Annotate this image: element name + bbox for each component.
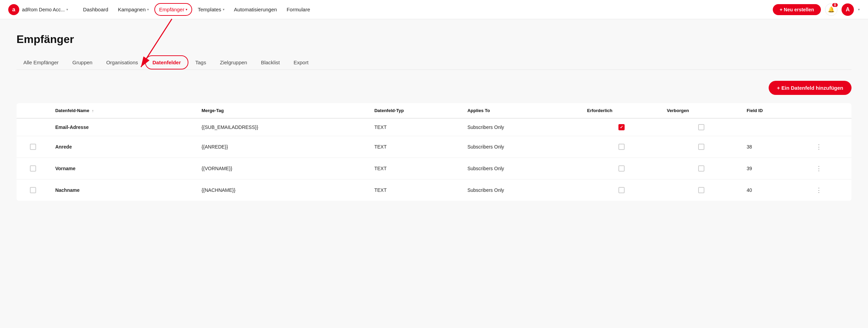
tab-datenfelder[interactable]: Datenfelder <box>145 55 189 69</box>
nav-item-dashboard[interactable]: Dashboard <box>79 4 112 15</box>
row-check-email <box>17 118 50 136</box>
nav-item-templates[interactable]: Templates ▾ <box>194 4 228 15</box>
row-actions-menu-vorname[interactable]: ⋮ <box>813 163 846 174</box>
row-required-vorname[interactable] <box>582 158 661 179</box>
chevron-down-icon: ▾ <box>186 8 187 11</box>
row-name-email: Email-Adresse <box>50 118 196 136</box>
table-row: Vorname {{VORNAME}} TEXT Subscribers Onl… <box>17 158 851 179</box>
row-check-vorname[interactable] <box>17 158 50 179</box>
row-type-vorname: TEXT <box>369 158 462 179</box>
nav-items: Dashboard Kampagnen ▾ Empfänger ▾ Templa… <box>79 3 773 16</box>
account-name: adRom Demo Acc... <box>22 7 65 12</box>
row-hidden-anrede[interactable] <box>661 136 741 158</box>
page-title: Empfänger <box>17 33 851 46</box>
row-merge-anrede: {{ANREDE}} <box>196 136 369 158</box>
datenfelder-table: Datenfeld-Name ↑ Merge-Tag Datenfeld-Typ… <box>17 103 851 201</box>
row-actions-anrede[interactable]: ⋮ <box>807 136 851 158</box>
col-header-merge: Merge-Tag <box>196 103 369 118</box>
sort-arrow-icon: ↑ <box>92 109 94 113</box>
nav-item-empfaenger[interactable]: Empfänger ▾ <box>154 3 192 16</box>
new-button[interactable]: + Neu erstellen <box>773 4 821 15</box>
row-field-id-email <box>741 118 807 136</box>
tab-organisations[interactable]: Organisations <box>99 56 145 69</box>
top-navigation: a adRom Demo Acc... ▾ Dashboard Kampagne… <box>0 0 868 19</box>
required-checkbox-vorname[interactable] <box>618 165 625 172</box>
row-field-id-vorname: 39 <box>741 158 807 179</box>
col-header-field-id: Field ID <box>741 103 807 118</box>
nav-item-kampagnen[interactable]: Kampagnen ▾ <box>114 4 153 15</box>
nav-item-automatisierungen[interactable]: Automatisierungen <box>230 4 281 15</box>
row-name-anrede: Anrede <box>50 136 196 158</box>
row-required-nachname[interactable] <box>582 179 661 201</box>
row-name-nachname: Nachname <box>50 179 196 201</box>
col-header-type: Datenfeld-Typ <box>369 103 462 118</box>
required-checkbox-email[interactable] <box>618 124 625 130</box>
row-check-anrede[interactable] <box>17 136 50 158</box>
tab-export[interactable]: Export <box>287 56 315 69</box>
col-header-hidden: Verborgen <box>661 103 741 118</box>
col-header-check <box>17 103 50 118</box>
sub-tabs: Alle Empfänger Gruppen Organisations Dat… <box>17 55 851 70</box>
row-select-checkbox-nachname[interactable] <box>30 187 36 193</box>
row-name-vorname: Vorname <box>50 158 196 179</box>
hidden-checkbox-vorname[interactable] <box>698 165 704 172</box>
row-type-nachname: TEXT <box>369 179 462 201</box>
col-header-name[interactable]: Datenfeld-Name ↑ <box>50 103 196 118</box>
table-header: Datenfeld-Name ↑ Merge-Tag Datenfeld-Typ… <box>17 103 851 118</box>
row-hidden-nachname[interactable] <box>661 179 741 201</box>
nav-right: + Neu erstellen 🔔 0 A ▾ <box>773 3 860 16</box>
row-applies-nachname: Subscribers Only <box>462 179 582 201</box>
row-field-id-anrede: 38 <box>741 136 807 158</box>
account-selector[interactable]: adRom Demo Acc... ▾ <box>22 7 68 12</box>
action-row: + Ein Datenfeld hinzufügen <box>17 81 851 95</box>
row-select-checkbox-vorname[interactable] <box>30 165 36 172</box>
tab-blacklist[interactable]: Blacklist <box>254 56 287 69</box>
row-hidden-vorname[interactable] <box>661 158 741 179</box>
chevron-down-icon: ▾ <box>147 8 149 11</box>
row-merge-vorname: {{VORNAME}} <box>196 158 369 179</box>
row-actions-vorname[interactable]: ⋮ <box>807 158 851 179</box>
row-hidden-email[interactable] <box>661 118 741 136</box>
tab-zielgruppen[interactable]: Zielgruppen <box>213 56 254 69</box>
account-chevron: ▾ <box>66 8 68 11</box>
table-row: Email-Adresse {{SUB_EMAILADDRESS}} TEXT … <box>17 118 851 136</box>
row-select-checkbox-anrede[interactable] <box>30 144 36 150</box>
required-checkbox-anrede[interactable] <box>618 144 625 150</box>
row-check-nachname[interactable] <box>17 179 50 201</box>
bell-icon: 🔔 <box>828 6 835 13</box>
row-required-anrede[interactable] <box>582 136 661 158</box>
notification-badge: 0 <box>832 3 838 7</box>
row-applies-vorname: Subscribers Only <box>462 158 582 179</box>
row-actions-menu-nachname[interactable]: ⋮ <box>813 185 846 195</box>
row-merge-email: {{SUB_EMAILADDRESS}} <box>196 118 369 136</box>
row-applies-email: Subscribers Only <box>462 118 582 136</box>
row-actions-nachname[interactable]: ⋮ <box>807 179 851 201</box>
row-applies-anrede: Subscribers Only <box>462 136 582 158</box>
row-actions-menu-anrede[interactable]: ⋮ <box>813 142 846 152</box>
add-datenfeld-button[interactable]: + Ein Datenfeld hinzufügen <box>769 81 851 95</box>
row-type-anrede: TEXT <box>369 136 462 158</box>
col-header-required: Erforderlich <box>582 103 661 118</box>
notification-button[interactable]: 🔔 0 <box>825 3 837 16</box>
hidden-checkbox-nachname[interactable] <box>698 187 704 193</box>
logo-area[interactable]: a adRom Demo Acc... ▾ <box>8 4 68 15</box>
table-row: Nachname {{NACHNAME}} TEXT Subscribers O… <box>17 179 851 201</box>
col-header-actions <box>807 103 851 118</box>
hidden-checkbox-anrede[interactable] <box>698 144 704 150</box>
table-body: Email-Adresse {{SUB_EMAILADDRESS}} TEXT … <box>17 118 851 201</box>
row-actions-email <box>807 118 851 136</box>
row-required-email[interactable] <box>582 118 661 136</box>
user-avatar[interactable]: A <box>842 3 854 16</box>
row-merge-nachname: {{NACHNAME}} <box>196 179 369 201</box>
tab-alle-empfaenger[interactable]: Alle Empfänger <box>17 56 66 69</box>
table-row: Anrede {{ANREDE}} TEXT Subscribers Only <box>17 136 851 158</box>
chevron-down-icon: ▾ <box>223 8 224 11</box>
tab-gruppen[interactable]: Gruppen <box>66 56 99 69</box>
main-content: Empfänger Alle Empfänger Gruppen Organis… <box>0 19 868 215</box>
user-menu-chevron[interactable]: ▾ <box>858 8 860 11</box>
col-header-applies: Applies To <box>462 103 582 118</box>
hidden-checkbox-email[interactable] <box>698 124 704 130</box>
required-checkbox-nachname[interactable] <box>618 187 625 193</box>
tab-tags[interactable]: Tags <box>188 56 213 69</box>
nav-item-formulare[interactable]: Formulare <box>283 4 314 15</box>
